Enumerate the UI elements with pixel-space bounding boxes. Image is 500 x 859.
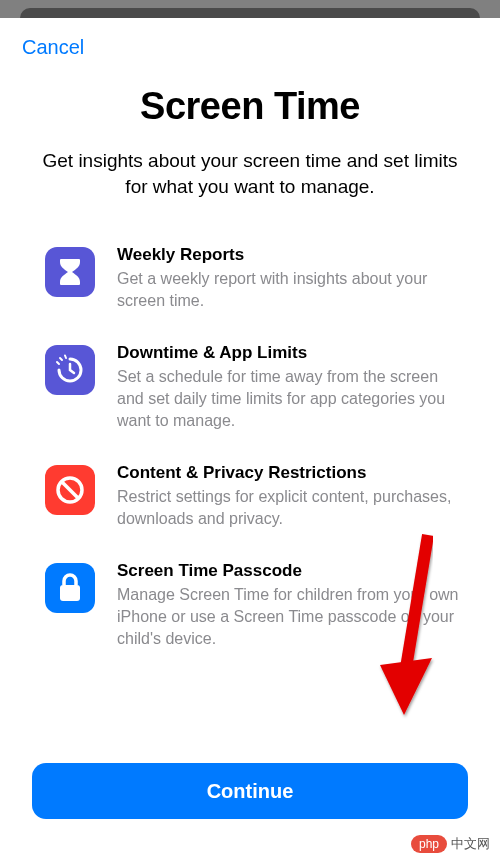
- hourglass-icon: [45, 247, 95, 297]
- feature-desc: Get a weekly report with insights about …: [117, 268, 460, 311]
- feature-text: Content & Privacy Restrictions Restrict …: [117, 463, 460, 529]
- feature-desc: Manage Screen Time for children from you…: [117, 584, 460, 649]
- title-block: Screen Time Get insights about your scre…: [0, 59, 500, 203]
- feature-desc: Set a schedule for time away from the sc…: [117, 366, 460, 431]
- no-entry-icon: [45, 465, 95, 515]
- watermark: php 中文网: [411, 835, 490, 853]
- downtime-icon: [45, 345, 95, 395]
- onboarding-sheet: Cancel Screen Time Get insights about yo…: [0, 18, 500, 859]
- svg-line-2: [65, 356, 66, 359]
- feature-text: Screen Time Passcode Manage Screen Time …: [117, 561, 460, 649]
- svg-rect-5: [60, 585, 80, 601]
- feature-downtime: Downtime & App Limits Set a schedule for…: [45, 343, 460, 431]
- feature-title: Screen Time Passcode: [117, 561, 460, 581]
- feature-title: Downtime & App Limits: [117, 343, 460, 363]
- feature-desc: Restrict settings for explicit content, …: [117, 486, 460, 529]
- feature-text: Downtime & App Limits Set a schedule for…: [117, 343, 460, 431]
- sheet-header: Cancel: [0, 18, 500, 59]
- watermark-badge: php: [411, 835, 447, 853]
- feature-weekly-reports: Weekly Reports Get a weekly report with …: [45, 245, 460, 311]
- svg-line-4: [62, 482, 79, 499]
- continue-button[interactable]: Continue: [32, 763, 468, 819]
- svg-line-0: [57, 362, 59, 364]
- sheet-backdrop: [0, 0, 500, 18]
- feature-title: Weekly Reports: [117, 245, 460, 265]
- feature-text: Weekly Reports Get a weekly report with …: [117, 245, 460, 311]
- feature-content-privacy: Content & Privacy Restrictions Restrict …: [45, 463, 460, 529]
- page-subtitle: Get insights about your screen time and …: [30, 148, 470, 199]
- cancel-button[interactable]: Cancel: [22, 36, 84, 59]
- page-title: Screen Time: [30, 85, 470, 128]
- feature-title: Content & Privacy Restrictions: [117, 463, 460, 483]
- svg-line-1: [60, 358, 62, 360]
- watermark-text: 中文网: [451, 835, 490, 853]
- lock-icon: [45, 563, 95, 613]
- feature-list: Weekly Reports Get a weekly report with …: [0, 203, 500, 649]
- feature-passcode: Screen Time Passcode Manage Screen Time …: [45, 561, 460, 649]
